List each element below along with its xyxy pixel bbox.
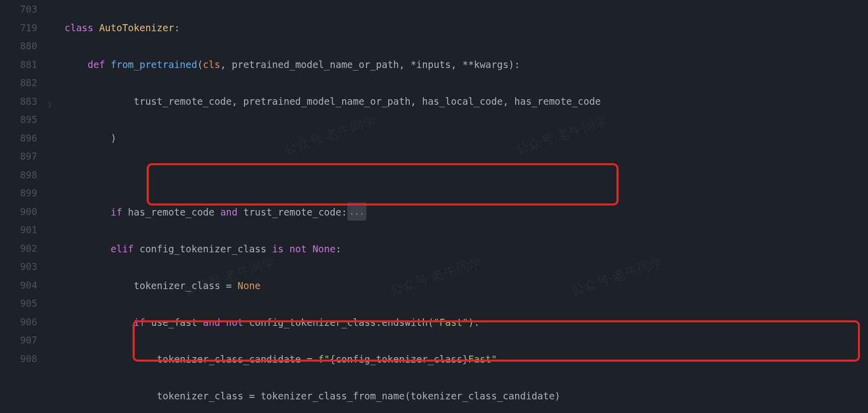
line-number: 907	[0, 331, 46, 350]
code-line[interactable]: tokenizer_class = None	[65, 277, 734, 295]
line-number: 902	[0, 239, 46, 258]
line-number: 719	[0, 19, 46, 37]
line-number-gutter: 703 719 880 881 882 883〉 895 896 897 898…	[0, 0, 46, 413]
line-number: 883〉	[0, 92, 46, 111]
code-line[interactable]: elif config_tokenizer_class is not None:	[65, 240, 734, 258]
line-number: 906	[0, 313, 46, 331]
code-editor-content[interactable]: class AutoTokenizer: def from_pretrained…	[65, 0, 734, 413]
line-number: 882	[0, 74, 46, 92]
line-number: 904	[0, 276, 46, 295]
code-line[interactable]: tokenizer_class_candidate = f"{config_to…	[65, 350, 734, 369]
line-number: 900	[0, 202, 46, 221]
line-number: 880	[0, 37, 46, 55]
code-line[interactable]: class AutoTokenizer:	[65, 19, 734, 37]
line-number: 901	[0, 221, 46, 239]
code-line[interactable]: tokenizer_class = tokenizer_class_from_n…	[65, 387, 734, 405]
line-number: 898	[0, 166, 46, 184]
line-number: 896	[0, 129, 46, 148]
code-line[interactable]: if use_fast and not config_tokenizer_cla…	[65, 313, 734, 332]
line-number: 897	[0, 147, 46, 166]
line-number: 905	[0, 294, 46, 313]
line-number: 895	[0, 110, 46, 129]
line-number: 703	[0, 0, 46, 19]
line-number: 899	[0, 184, 46, 202]
code-line[interactable]: )	[65, 129, 734, 148]
code-line[interactable]: def from_pretrained(cls, pretrained_mode…	[65, 55, 734, 74]
line-number: 903	[0, 257, 46, 276]
code-line[interactable]: trust_remote_code, pretrained_model_name…	[65, 92, 734, 111]
fold-ellipsis[interactable]: ...	[347, 202, 367, 221]
code-line[interactable]	[65, 166, 734, 184]
fold-chevron-icon[interactable]: 〉	[48, 96, 55, 114]
line-number: 881	[0, 55, 46, 74]
code-line[interactable]: if has_remote_code and trust_remote_code…	[65, 202, 734, 222]
line-number: 908	[0, 350, 46, 368]
